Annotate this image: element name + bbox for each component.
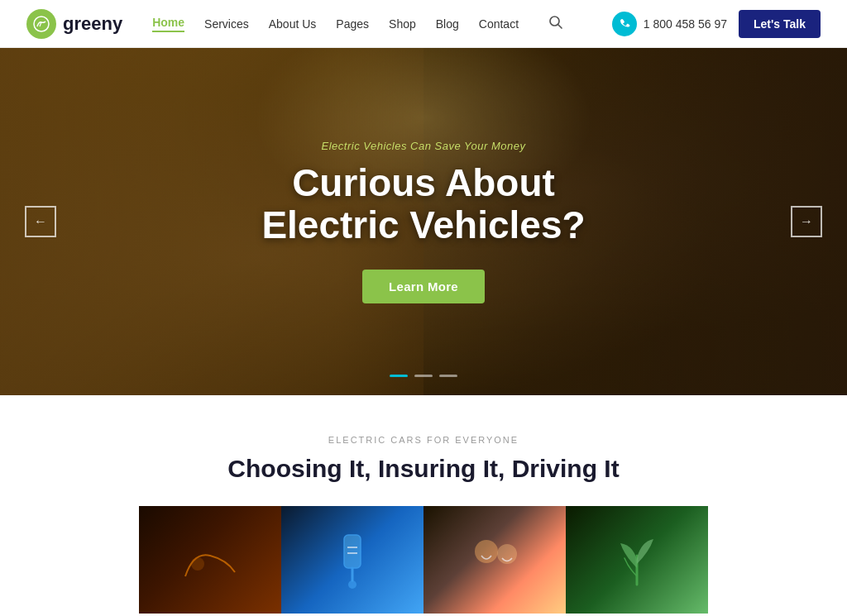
svg-rect-4 [344, 535, 361, 568]
card-2-image [281, 506, 424, 614]
card-3[interactable] [424, 506, 566, 614]
hero-dot-1[interactable] [390, 375, 408, 377]
logo[interactable]: greeny [26, 9, 122, 39]
phone-number: 1 800 458 56 97 [644, 17, 727, 31]
hero-arrow-left[interactable]: ← [25, 206, 56, 237]
nav-pages[interactable]: Pages [336, 17, 369, 31]
card-2[interactable] [281, 506, 424, 614]
svg-point-0 [34, 17, 49, 31]
section-tag: ELECTRIC CARS FOR EVERYONE [26, 435, 821, 445]
nav-services[interactable]: Services [204, 17, 249, 31]
hero-section: ← Electric Vehicles Can Save Your Money … [0, 48, 847, 395]
logo-icon [26, 9, 56, 39]
navbar-left: greeny Home Services About Us Pages Shop… [26, 9, 563, 39]
card-4-image [566, 506, 708, 614]
section-title: Choosing It, Insuring It, Driving It [26, 455, 821, 483]
card-1-image [139, 506, 281, 614]
nav-links: Home Services About Us Pages Shop Blog C… [152, 16, 519, 32]
nav-home[interactable]: Home [152, 16, 184, 32]
hero-title: Curious AboutElectric Vehicles? [261, 162, 585, 246]
svg-point-6 [475, 540, 498, 563]
card-3-image [424, 506, 566, 614]
cta-button[interactable]: Let's Talk [739, 10, 821, 38]
hero-content: Electric Vehicles Can Save Your Money Cu… [261, 140, 585, 303]
card-1[interactable] [139, 506, 281, 614]
hero-arrow-right[interactable]: → [791, 206, 822, 237]
navbar-right: 1 800 458 56 97 Let's Talk [612, 10, 821, 38]
navbar: greeny Home Services About Us Pages Shop… [0, 0, 847, 48]
nav-contact[interactable]: Contact [479, 17, 519, 31]
svg-line-2 [558, 24, 562, 28]
nav-shop[interactable]: Shop [389, 17, 416, 31]
svg-point-3 [191, 557, 204, 571]
hero-dot-3[interactable] [439, 375, 457, 377]
section-cars: ELECTRIC CARS FOR EVERYONE Choosing It, … [0, 395, 847, 614]
search-icon[interactable] [548, 15, 563, 33]
card-4[interactable] [566, 506, 708, 614]
svg-point-5 [348, 580, 357, 589]
hero-dot-2[interactable] [414, 375, 433, 377]
phone-wrap: 1 800 458 56 97 [612, 12, 727, 36]
nav-about[interactable]: About Us [269, 17, 317, 31]
logo-text: greeny [63, 13, 122, 35]
hero-subtitle: Electric Vehicles Can Save Your Money [261, 140, 585, 152]
nav-blog[interactable]: Blog [436, 17, 459, 31]
hero-cta-button[interactable]: Learn More [362, 270, 485, 303]
phone-icon [612, 12, 637, 36]
hero-dots [390, 375, 457, 377]
cards-row [26, 506, 821, 614]
